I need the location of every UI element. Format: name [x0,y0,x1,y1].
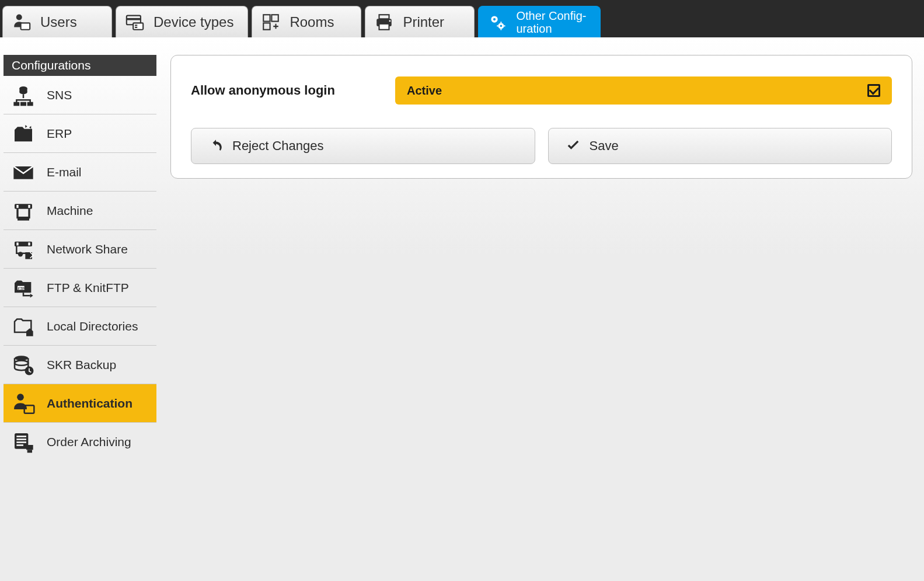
sidebar-item-order-archiving[interactable]: Order Archiving [4,423,156,461]
svg-rect-8 [272,15,278,21]
svg-point-0 [16,14,22,20]
tab-label: Printer [403,14,444,30]
sidebar-item-skr-backup[interactable]: SKR Backup [4,346,156,384]
save-button[interactable]: Save [548,128,892,164]
svg-text:FTP: FTP [18,286,25,290]
setting-label: Allow anonymous login [191,83,372,98]
sidebar-item-network-share[interactable]: Network Share [4,230,156,269]
svg-point-15 [493,18,496,20]
svg-rect-4 [133,23,143,29]
ftp-icon: FTP [11,275,36,301]
sidebar: Configurations SNS ERP E-mail Machine [4,55,156,581]
svg-rect-7 [264,15,270,21]
svg-rect-5 [135,25,137,26]
sidebar-item-label: Authentication [47,396,133,410]
sidebar-item-authentication[interactable]: Authentication [4,384,156,423]
check-icon [565,138,581,154]
svg-rect-42 [16,441,26,443]
envelope-icon [11,159,36,185]
network-share-icon [11,236,36,262]
sidebar-item-label: Order Archiving [47,435,131,449]
sidebar-item-label: ERP [47,127,72,141]
tab-other-configuration[interactable]: Other Config-uration [478,6,601,37]
svg-rect-39 [15,433,28,449]
rooms-icon [260,12,281,33]
svg-point-20 [19,90,27,94]
svg-rect-44 [26,445,33,450]
sidebar-item-local-directories[interactable]: Local Directories [4,307,156,346]
toggle-allow-anonymous-login[interactable]: Active [395,76,892,105]
folder-sync-icon [11,121,36,147]
tab-label: Other Config-uration [516,9,586,35]
svg-rect-25 [16,205,18,208]
sidebar-item-sns[interactable]: SNS [4,76,156,114]
sidebar-item-label: Network Share [47,242,128,256]
sidebar-item-label: E-mail [47,165,82,179]
svg-rect-29 [28,242,30,245]
svg-rect-3 [127,18,141,20]
printer-icon [374,12,395,33]
sidebar-item-machine[interactable]: Machine [4,192,156,230]
svg-rect-9 [264,23,270,29]
svg-rect-21 [13,102,19,106]
svg-rect-45 [27,450,32,453]
sidebar-item-label: SNS [47,88,72,102]
sidebar-item-erp[interactable]: ERP [4,114,156,153]
tab-label: Rooms [290,14,334,30]
user-auth-icon [11,391,36,416]
action-buttons: Reject Changes Save [191,128,892,164]
checkbox-checked-icon [867,84,880,97]
svg-rect-22 [20,102,26,106]
archive-icon [11,429,36,455]
tab-printer[interactable]: Printer [365,6,475,37]
gears-icon [487,12,508,33]
tab-label: Users [40,14,77,30]
svg-rect-6 [135,26,137,27]
settings-panel: Allow anonymous login Active Reject Chan… [170,55,912,179]
svg-rect-1 [21,23,30,29]
sidebar-item-label: FTP & KnitFTP [47,281,129,295]
sidebar-item-label: Local Directories [47,319,138,333]
network-node-icon [11,82,36,108]
svg-point-34 [15,356,28,360]
svg-rect-10 [379,15,389,19]
user-icon [11,12,32,33]
undo-icon [208,138,224,154]
sidebar-item-ftp[interactable]: FTP FTP & KnitFTP [4,269,156,307]
svg-point-17 [500,25,503,27]
svg-rect-26 [28,205,30,208]
svg-point-13 [389,20,391,22]
tab-label: Device types [154,14,233,30]
tab-users[interactable]: Users [2,6,112,37]
sidebar-item-email[interactable]: E-mail [4,153,156,192]
svg-rect-41 [16,439,26,440]
svg-rect-23 [27,102,33,106]
svg-point-37 [17,394,24,401]
machine-icon [11,198,36,224]
svg-rect-43 [16,444,23,446]
sidebar-header: Configurations [4,55,156,76]
button-label: Save [590,138,619,154]
svg-rect-40 [16,436,26,437]
card-icon [124,12,145,33]
reject-changes-button[interactable]: Reject Changes [191,128,535,164]
svg-point-35 [15,360,28,365]
tab-device-types[interactable]: Device types [116,6,248,37]
main-area: Configurations SNS ERP E-mail Machine [0,37,924,581]
toggle-state-label: Active [407,84,442,98]
svg-rect-12 [379,23,389,29]
svg-rect-28 [16,242,18,245]
top-tab-bar: Users Device types Rooms Printer Other C… [0,0,924,37]
button-label: Reject Changes [232,138,324,154]
setting-allow-anonymous-login: Allow anonymous login Active [191,76,892,105]
folder-home-icon [11,314,36,339]
database-clock-icon [11,352,36,378]
tab-rooms[interactable]: Rooms [252,6,361,37]
sidebar-item-label: SKR Backup [47,358,116,372]
sidebar-item-label: Machine [47,204,93,218]
svg-point-30 [18,252,23,256]
